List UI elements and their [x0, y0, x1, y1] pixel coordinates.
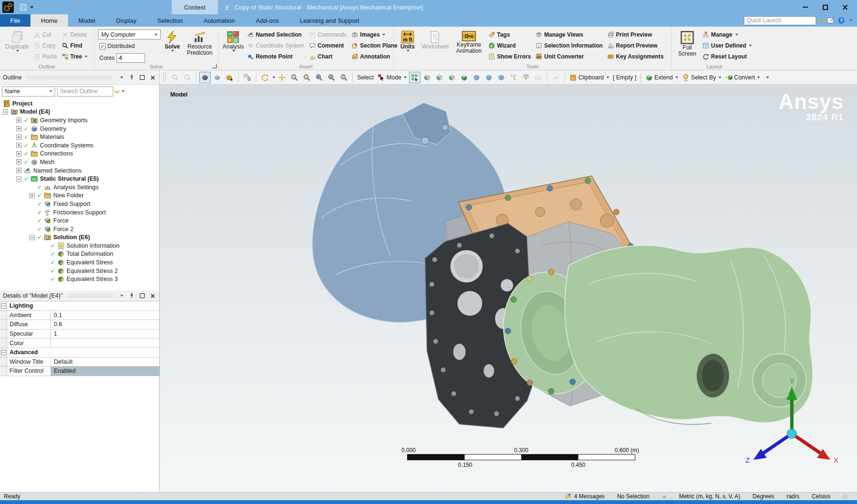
solve-dialog-launcher-icon[interactable] [212, 64, 217, 68]
next-view-button[interactable] [182, 72, 193, 83]
status-temperature-unit[interactable]: Celsius [812, 493, 830, 500]
unit-converter-button[interactable]: Unit Converter [534, 51, 604, 62]
section-plane-button[interactable]: Section Plane [350, 40, 399, 51]
units-button[interactable]: Units [398, 28, 418, 63]
maximize-button[interactable] [815, 0, 835, 14]
messages-button[interactable]: 4 Messages [565, 493, 605, 500]
tree-item-geometry-imports[interactable]: +✓Geometry Imports [0, 116, 159, 125]
user-defined-button[interactable]: User Defined [701, 40, 753, 51]
close-button[interactable]: × [835, 0, 855, 14]
tab-automation[interactable]: Automation [193, 14, 245, 27]
previous-view-button[interactable] [169, 72, 181, 83]
color-value[interactable] [51, 339, 159, 348]
tab-learning-and-support[interactable]: Learning and Support [289, 14, 370, 27]
pin-icon[interactable] [128, 292, 136, 300]
resource-prediction-button[interactable]: Resource Prediction [184, 28, 215, 63]
toolbar-overflow-icon[interactable] [766, 77, 769, 78]
diffuse-value[interactable]: 0.6 [51, 320, 159, 329]
keyframe-animation-button[interactable]: Keyframe Animation [453, 28, 485, 63]
expand-icon[interactable]: + [16, 151, 21, 156]
magnifier-window-button[interactable] [338, 72, 350, 83]
tree-item-analysis-settings[interactable]: ✓Analysis Settings [0, 183, 159, 192]
select-mode-single-button[interactable] [409, 72, 420, 83]
feedback-panel-icon[interactable] [827, 17, 834, 24]
show-mesh-button[interactable] [224, 72, 235, 83]
find-button[interactable]: Find [60, 40, 89, 51]
cut-button[interactable]: Cut [32, 29, 58, 40]
images-button[interactable]: Images [350, 29, 399, 40]
manage-button[interactable]: Manage [701, 29, 753, 40]
tree-item-geometry[interactable]: +✓Geometry [0, 125, 159, 133]
label-button[interactable] [533, 72, 544, 83]
filter-control-value[interactable]: Enabled [51, 367, 159, 376]
details-section-lighting[interactable]: −Lighting [0, 301, 159, 311]
tree-item-coordinate-systems[interactable]: +✓Coordinate Systems [0, 141, 159, 150]
named-selection-button[interactable]: Named Selection [246, 29, 306, 40]
close-panel-icon[interactable]: × [149, 292, 156, 300]
help-dropdown-icon[interactable] [849, 19, 852, 21]
collapse-icon[interactable]: − [1, 350, 6, 355]
tree-item-materials[interactable]: +✓Materials [0, 133, 159, 141]
solve-button[interactable]: Solve [163, 28, 182, 63]
tree-item-model[interactable]: −Model (E4) [0, 108, 159, 116]
quick-access-dropdown-icon[interactable] [30, 6, 34, 9]
convert-button[interactable]: Convert [724, 72, 762, 83]
manage-views-button[interactable]: Manage Views [534, 29, 604, 40]
ambient-value[interactable]: 0.1 [51, 311, 159, 320]
show-errors-button[interactable]: Show Errors [487, 51, 532, 62]
search-outline-input[interactable] [57, 87, 113, 97]
tab-display[interactable]: Display [106, 14, 147, 27]
expand-filter-icon[interactable] [114, 88, 119, 93]
collapse-icon[interactable]: − [1, 303, 6, 309]
tree-item-project[interactable]: Project [0, 99, 159, 108]
duplicate-button[interactable]: Duplicate [4, 28, 30, 63]
maximize-panel-icon[interactable] [138, 74, 146, 81]
tree-item-equivalent-stress-3[interactable]: ✓Equivalent Stress 3 [0, 275, 159, 283]
tags-button[interactable]: Tags [487, 29, 532, 40]
expand-icon[interactable]: + [16, 143, 21, 148]
minimize-button[interactable] [795, 0, 815, 14]
rotate-dropdown-icon[interactable] [273, 77, 275, 78]
tree-item-frictionless-support[interactable]: ✓Frictionless Support [0, 208, 159, 217]
tree-item-static-structural[interactable]: −✓Static Structural (E5) [0, 174, 159, 183]
filter-type-select[interactable]: Name [2, 87, 55, 97]
collapse-ribbon-icon[interactable] [818, 19, 824, 24]
tree-item-connections[interactable]: +✓Connections [0, 150, 159, 158]
panel-menu-icon[interactable] [117, 292, 125, 300]
status-expand-icon[interactable] [662, 495, 667, 498]
resize-grip[interactable] [843, 494, 847, 499]
expand-icon[interactable]: + [16, 126, 21, 131]
window-title-value[interactable]: Default [51, 358, 159, 367]
delete-button[interactable]: Delete [60, 29, 89, 40]
commands-button[interactable]: Commands [308, 29, 348, 40]
extend-button[interactable]: Extend [644, 72, 680, 83]
expand-icon[interactable]: + [16, 135, 21, 140]
tree-item-equivalent-stress[interactable]: ✓Equivalent Stress [0, 258, 159, 267]
coordinate-system-button[interactable]: Coordinate System [246, 40, 306, 51]
tree-item-solution-information[interactable]: ✓Solution Information [0, 242, 159, 250]
reset-layout-button[interactable]: Reset Layout [701, 51, 753, 62]
tree-item-equivalent-stress-2[interactable]: ✓Equivalent Stress 2 [0, 267, 159, 275]
pin-icon[interactable] [128, 74, 136, 81]
help-icon[interactable] [838, 17, 845, 24]
maximize-panel-icon[interactable] [138, 292, 146, 300]
tab-home[interactable]: Home [30, 14, 68, 27]
selection-information-button[interactable]: Selection Information [534, 40, 604, 51]
face-select-button[interactable] [446, 72, 458, 83]
expand-icon[interactable]: + [16, 117, 21, 123]
panel-menu-icon[interactable] [117, 74, 125, 81]
paste-button[interactable]: Paste [32, 51, 58, 62]
report-preview-button[interactable]: Report Preview [606, 40, 665, 51]
probe-chart-button[interactable] [550, 72, 562, 83]
viewports-button[interactable] [242, 72, 253, 83]
orientation-triad[interactable]: Y Z X [742, 379, 842, 469]
id-pick-button[interactable] [520, 72, 532, 83]
collapse-icon[interactable]: − [16, 176, 21, 182]
tree-item-total-deformation[interactable]: ✓Total Deformation [0, 250, 159, 259]
toolbar-drag-handle[interactable] [163, 72, 166, 83]
specular-value[interactable]: 1 [51, 330, 159, 339]
node-select-button[interactable] [471, 72, 482, 83]
pan-button[interactable] [276, 72, 288, 83]
tree-item-mesh[interactable]: +✓Mesh [0, 158, 159, 166]
annotation-button[interactable]: Annotation [350, 51, 399, 62]
